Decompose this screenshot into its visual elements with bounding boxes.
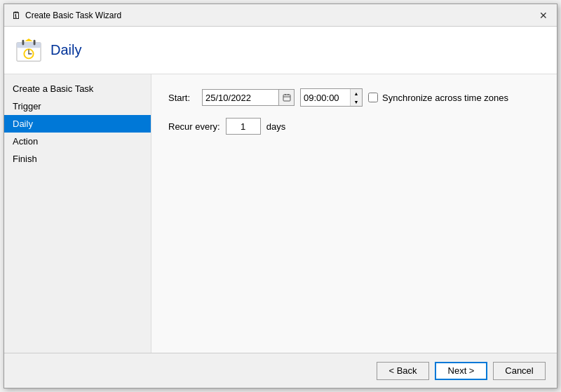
wizard-window: 🗓 Create Basic Task Wizard ✕ Daily Creat… — [4, 4, 557, 388]
date-wrapper — [202, 89, 295, 106]
svg-marker-7 — [25, 38, 32, 41]
sidebar-item-trigger: Trigger — [4, 97, 151, 115]
back-button[interactable]: < Back — [377, 362, 429, 380]
calendar-icon — [283, 93, 291, 102]
cancel-button[interactable]: Cancel — [493, 362, 546, 380]
svg-rect-2 — [22, 39, 25, 45]
calendar-button[interactable] — [279, 89, 295, 106]
close-button[interactable]: ✕ — [537, 9, 550, 22]
recur-input[interactable] — [226, 118, 261, 135]
time-spinners: ▲ ▼ — [350, 89, 362, 106]
sync-label[interactable]: Synchronize across time zones — [382, 93, 508, 103]
header-section: Daily — [4, 27, 557, 74]
sidebar-item-create-basic-task: Create a Basic Task — [4, 80, 151, 97]
sync-checkbox[interactable] — [368, 93, 378, 102]
svg-rect-1 — [17, 42, 41, 48]
title-bar-icon: 🗓 — [11, 10, 21, 21]
time-input[interactable] — [301, 89, 350, 106]
time-input-wrapper: ▲ ▼ — [300, 88, 363, 107]
main-panel: Start: ▲ — [151, 74, 557, 353]
time-up-button[interactable]: ▲ — [351, 89, 362, 97]
title-bar-left: 🗓 Create Basic Task Wizard — [11, 10, 121, 21]
svg-rect-8 — [283, 95, 290, 101]
next-button[interactable]: Next > — [435, 362, 487, 380]
page-title: Daily — [50, 42, 81, 58]
sidebar-item-daily[interactable]: Daily — [4, 115, 151, 133]
recur-label: Recur every: — [168, 121, 220, 132]
content-area: Create a Basic Task Trigger Daily Action… — [4, 74, 557, 353]
recur-row: Recur every: days — [168, 118, 540, 135]
title-bar-title: Create Basic Task Wizard — [25, 11, 121, 20]
start-label: Start: — [168, 93, 196, 103]
svg-rect-3 — [34, 39, 36, 45]
sidebar-item-action[interactable]: Action — [4, 133, 151, 150]
title-bar: 🗓 Create Basic Task Wizard ✕ — [4, 4, 557, 27]
date-input[interactable] — [202, 89, 279, 106]
time-down-button[interactable]: ▼ — [351, 97, 362, 106]
sidebar: Create a Basic Task Trigger Daily Action… — [4, 74, 151, 353]
footer: < Back Next > Cancel — [4, 353, 557, 388]
sidebar-item-finish[interactable]: Finish — [4, 150, 151, 168]
start-row: Start: ▲ — [168, 88, 540, 107]
sync-checkbox-wrapper: Synchronize across time zones — [368, 93, 508, 103]
daily-icon — [15, 37, 42, 64]
days-label: days — [266, 121, 285, 132]
